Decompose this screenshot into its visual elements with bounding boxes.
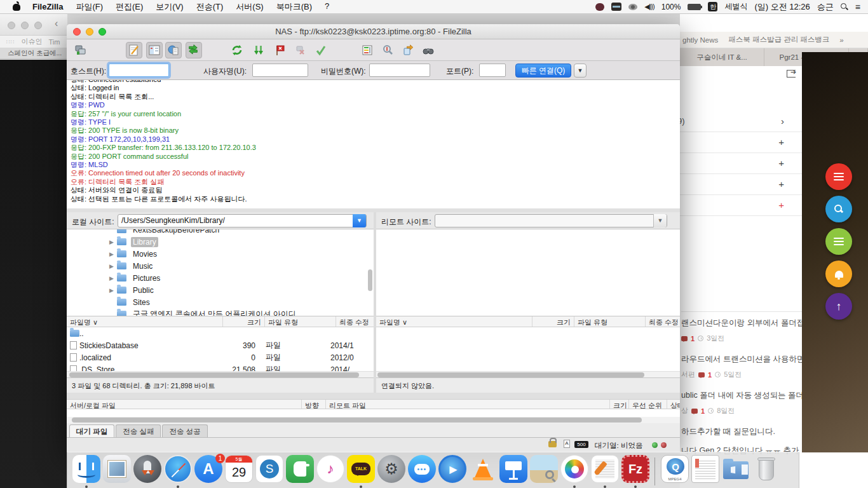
remote-site-combo[interactable]: ▼ bbox=[435, 214, 667, 227]
password-input[interactable] bbox=[369, 64, 430, 77]
local-hscrollbar[interactable] bbox=[67, 371, 374, 377]
calendar-icon[interactable]: 5월29 bbox=[225, 455, 253, 483]
tree-item[interactable]: ▶Public bbox=[67, 284, 374, 296]
column-header[interactable]: 최종 수정 bbox=[336, 316, 374, 327]
compare-icon[interactable] bbox=[379, 42, 396, 58]
finder-icon[interactable] bbox=[72, 455, 100, 483]
file-row[interactable]: StickiesDatabase390파일2014/1 bbox=[67, 339, 374, 351]
itunes-icon[interactable]: ♪ bbox=[316, 455, 344, 483]
menu-item[interactable]: ? bbox=[325, 1, 329, 13]
expand-icon[interactable]: + bbox=[778, 179, 784, 189]
tree-item[interactable]: ▶Music bbox=[67, 260, 374, 272]
dock-item-calendar[interactable]: 5월29 bbox=[224, 455, 254, 488]
vlc-icon[interactable] bbox=[469, 455, 497, 483]
accordion-row[interactable]: 9)› bbox=[680, 111, 802, 132]
menu-item[interactable]: 북마크(B) bbox=[276, 1, 312, 13]
bookmark-item[interactable]: Tim bbox=[48, 38, 60, 46]
window-titlebar[interactable]: NAS - ftp://ksk0223@ksk0223.iptime.org:8… bbox=[67, 24, 680, 39]
tree-item[interactable]: 구글 앱엔진 콘솔에서 만든 어플리케이션 아이디 bbox=[67, 308, 374, 316]
simplenote-icon[interactable]: S bbox=[255, 455, 283, 483]
column-header[interactable]: 파일 유형 bbox=[574, 316, 646, 327]
toggle-log-icon[interactable] bbox=[126, 42, 142, 58]
quickconnect-button[interactable]: 빠른 연결(Q) bbox=[515, 64, 571, 78]
post-item[interactable]: 라우드에서 트랜스미션을 사용하면 자…서편15일전 bbox=[681, 348, 803, 384]
menu-item[interactable]: 보기(V) bbox=[156, 1, 183, 13]
windows-folder-icon[interactable] bbox=[722, 455, 750, 483]
find-files-icon[interactable] bbox=[420, 42, 437, 58]
expand-icon[interactable]: + bbox=[778, 137, 784, 147]
column-header[interactable]: 파일명 ∨ bbox=[376, 316, 532, 327]
dock-item-app-store[interactable]: A1 bbox=[193, 455, 224, 488]
dock-item-pages[interactable] bbox=[590, 455, 620, 488]
site-manager-icon[interactable] bbox=[72, 42, 88, 58]
remote-hscrollbar[interactable] bbox=[376, 371, 680, 377]
accordion-row[interactable]: + bbox=[680, 153, 802, 174]
queue-tab[interactable]: 전송 성공 bbox=[162, 424, 207, 437]
messages-icon[interactable] bbox=[408, 455, 436, 483]
spotlight-search-icon[interactable] bbox=[841, 3, 848, 11]
disclosure-triangle-icon[interactable]: ▶ bbox=[109, 239, 117, 245]
system-preferences-icon[interactable]: ⚙ bbox=[377, 455, 405, 483]
dock-item-quicktime[interactable]: ▶ bbox=[437, 455, 468, 488]
input-method-badge[interactable]: 한 bbox=[708, 2, 717, 11]
dock-item-messages[interactable] bbox=[407, 455, 437, 488]
file-row[interactable]: .DS_Store21,508파일2014/ bbox=[67, 363, 374, 371]
dock-item-keynote[interactable] bbox=[498, 455, 529, 488]
dock-item-system-preferences[interactable]: ⚙ bbox=[376, 455, 407, 488]
menu-clock[interactable]: (일) 오전 12:26 bbox=[754, 1, 810, 13]
chat-status-icon[interactable] bbox=[595, 3, 604, 11]
accordion-row[interactable]: + bbox=[680, 195, 802, 216]
browser-tab[interactable]: 구슬이네 IT &... bbox=[680, 48, 764, 66]
queue-column-header[interactable]: 리모트 파일 bbox=[326, 400, 610, 409]
tree-item[interactable]: Sites bbox=[67, 296, 374, 308]
fab-top-button[interactable]: ↑ bbox=[825, 293, 852, 320]
mail-icon[interactable] bbox=[103, 455, 131, 483]
process-queue-icon[interactable] bbox=[250, 42, 267, 58]
disclosure-triangle-icon[interactable]: ▶ bbox=[109, 287, 117, 294]
column-header[interactable]: 크기 bbox=[223, 316, 265, 327]
disclosure-triangle-icon[interactable]: ▶ bbox=[109, 251, 117, 257]
dock-item-trash[interactable] bbox=[751, 455, 782, 488]
menu-item[interactable]: 파일(F) bbox=[76, 1, 103, 13]
battery-icon[interactable] bbox=[688, 4, 701, 10]
volume-icon[interactable]: ◀))) bbox=[644, 3, 654, 11]
accordion-row[interactable]: + bbox=[680, 174, 802, 195]
tree-scrollbar[interactable] bbox=[368, 269, 372, 291]
notification-center-icon[interactable]: ≡ bbox=[855, 3, 860, 11]
post-item[interactable]: ublic 폴더 내에 자동 생성되는 폴더들…상18일전 bbox=[681, 384, 803, 421]
queue-tab[interactable]: 대기 파일 bbox=[69, 424, 114, 437]
bookmarks-overflow-icon[interactable]: » bbox=[839, 36, 843, 44]
refresh-icon[interactable] bbox=[229, 42, 245, 58]
disclosure-triangle-icon[interactable]: ▶ bbox=[109, 275, 117, 281]
accordion-row[interactable]: + bbox=[680, 132, 802, 153]
kakaotalk-icon[interactable]: TALK bbox=[347, 455, 375, 483]
sync-browsing-icon[interactable] bbox=[400, 42, 416, 58]
queue-splitter[interactable] bbox=[67, 393, 680, 399]
toggle-queue-icon[interactable] bbox=[186, 42, 202, 58]
file-row[interactable]: .. bbox=[67, 327, 374, 339]
queue-column-header[interactable]: 크기 bbox=[610, 400, 629, 409]
column-header[interactable]: 파일명 ∨ bbox=[67, 316, 223, 327]
dock-item-safari[interactable] bbox=[163, 455, 193, 488]
dock-item-windows-folder[interactable] bbox=[721, 455, 751, 488]
dock-item-itunes[interactable]: ♪ bbox=[315, 455, 346, 488]
dock-item-launchpad[interactable] bbox=[132, 455, 163, 488]
quickconnect-dropdown-icon[interactable]: ▼ bbox=[574, 64, 587, 78]
expand-icon[interactable]: + bbox=[778, 158, 784, 168]
eye-status-icon[interactable] bbox=[628, 4, 637, 10]
app-status-icon[interactable] bbox=[611, 3, 621, 11]
tree-item[interactable]: ▶Library bbox=[67, 236, 374, 248]
evernote-icon[interactable] bbox=[286, 455, 314, 483]
inactive-zoom-icon[interactable] bbox=[34, 22, 42, 29]
grid-icon[interactable]: ∷∷ bbox=[6, 39, 15, 45]
filter-icon[interactable] bbox=[359, 42, 376, 58]
user-menu[interactable]: 승근 bbox=[817, 1, 834, 13]
back-button[interactable]: ‹ bbox=[55, 18, 58, 29]
pages-icon[interactable] bbox=[591, 455, 619, 483]
keynote-icon[interactable] bbox=[499, 455, 527, 483]
host-input[interactable] bbox=[109, 64, 169, 77]
menu-item[interactable]: 편집(E) bbox=[116, 1, 143, 13]
toggle-remote-tree-icon[interactable] bbox=[165, 42, 182, 58]
bookmark-item[interactable]: 이슈인 bbox=[21, 37, 42, 46]
dock-item-kakaotalk[interactable]: TALK bbox=[346, 455, 376, 488]
